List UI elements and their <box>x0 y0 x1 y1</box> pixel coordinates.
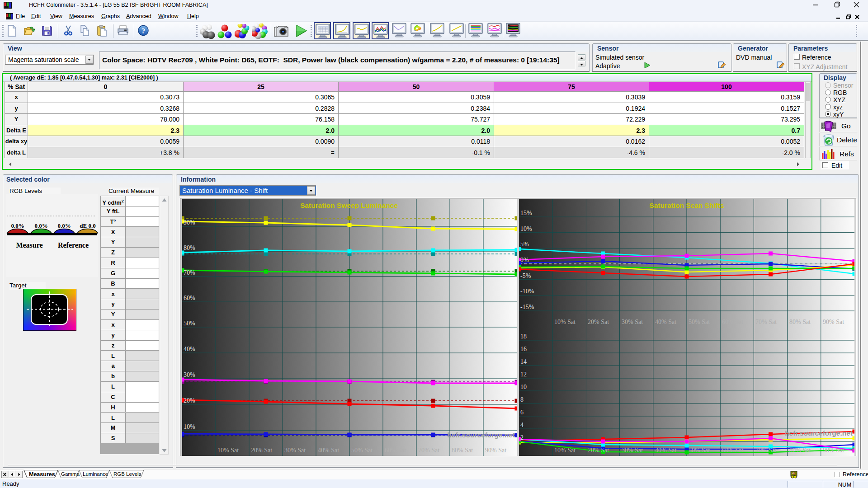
svg-text:15%: 15% <box>520 210 532 216</box>
svg-text:0%: 0% <box>520 257 529 263</box>
svg-text:4: 4 <box>520 422 524 428</box>
svg-text:70% Sat: 70% Sat <box>755 319 777 325</box>
svg-text:90% Sat: 90% Sat <box>823 447 844 454</box>
svg-text:10%: 10% <box>520 225 532 232</box>
svg-text:60%: 60% <box>184 295 195 301</box>
svg-text:20%: 20% <box>184 397 195 404</box>
svg-text:18: 18 <box>520 333 527 340</box>
svg-text:60% Sat: 60% Sat <box>385 447 406 454</box>
svg-text:-5%: -5% <box>520 272 531 279</box>
svg-text:Saturation Sweep Luminance: Saturation Sweep Luminance <box>300 202 398 209</box>
svg-text:70% Sat: 70% Sat <box>755 447 777 454</box>
svg-text:50% Sat: 50% Sat <box>689 319 710 325</box>
svg-text:12: 12 <box>520 371 527 378</box>
svg-text:-10%: -10% <box>520 288 534 295</box>
svg-text:30%: 30% <box>184 371 195 378</box>
svg-text:2: 2 <box>520 434 524 441</box>
svg-text:80% Sat: 80% Sat <box>452 447 473 454</box>
svg-text:40%: 40% <box>184 346 195 352</box>
svg-text:8: 8 <box>520 396 524 403</box>
svg-text:Measures: Measures <box>29 471 55 478</box>
svg-text:10% Sat: 10% Sat <box>217 447 239 454</box>
svg-text:30% Sat: 30% Sat <box>622 447 643 454</box>
svg-text:Measure: Measure <box>16 241 42 249</box>
svg-text:20% Sat: 20% Sat <box>251 447 272 454</box>
svg-text:0.0%: 0.0% <box>57 222 71 229</box>
svg-text:70%: 70% <box>184 269 195 276</box>
svg-text:80%: 80% <box>184 244 195 251</box>
svg-text:Saturation Scan Shifts: Saturation Scan Shifts <box>649 202 724 209</box>
svg-text:10%: 10% <box>184 423 195 430</box>
svg-text:Luminance: Luminance <box>83 471 108 477</box>
svg-text:90% Sat: 90% Sat <box>823 319 844 325</box>
svg-text:50% Sat: 50% Sat <box>351 447 373 454</box>
svg-text:hcfr.sourceforge.net: hcfr.sourceforge.net <box>447 431 515 439</box>
svg-text:90%: 90% <box>184 219 195 226</box>
svg-text:80% Sat: 80% Sat <box>789 447 811 454</box>
svg-text:40% Sat: 40% Sat <box>655 319 676 325</box>
svg-text:60% Sat: 60% Sat <box>722 447 743 454</box>
svg-text:70% Sat: 70% Sat <box>418 447 439 454</box>
svg-text:Reference: Reference <box>58 241 89 249</box>
svg-text:50% Sat: 50% Sat <box>689 447 710 454</box>
svg-text:60% Sat: 60% Sat <box>722 319 743 325</box>
svg-text:10% Sat: 10% Sat <box>554 447 576 454</box>
svg-text:Gamma: Gamma <box>61 471 80 477</box>
svg-text:0.0%: 0.0% <box>11 222 24 229</box>
svg-text:90% Sat: 90% Sat <box>485 447 506 454</box>
svg-text:dE 0.0: dE 0.0 <box>80 222 95 229</box>
svg-text:10% Sat: 10% Sat <box>554 319 576 325</box>
svg-text:-15%: -15% <box>520 304 534 310</box>
svg-text:?: ? <box>142 27 146 35</box>
svg-text:50%: 50% <box>184 320 195 327</box>
svg-text:40% Sat: 40% Sat <box>655 447 676 454</box>
svg-text:80% Sat: 80% Sat <box>789 319 811 325</box>
svg-text:RGB Levels: RGB Levels <box>113 471 142 477</box>
svg-text:20% Sat: 20% Sat <box>588 319 609 325</box>
svg-text:6: 6 <box>520 409 524 416</box>
svg-text:20% Sat: 20% Sat <box>588 447 609 454</box>
svg-text:hcfr.sourceforge.net: hcfr.sourceforge.net <box>785 429 853 437</box>
svg-text:16: 16 <box>520 346 527 352</box>
svg-text:14: 14 <box>520 358 527 365</box>
svg-text:30% Sat: 30% Sat <box>284 447 306 454</box>
svg-text:30% Sat: 30% Sat <box>622 319 643 325</box>
svg-text:10: 10 <box>520 384 527 390</box>
svg-text:40% Sat: 40% Sat <box>318 447 339 454</box>
svg-text:5%: 5% <box>520 241 529 248</box>
svg-text:0.0%: 0.0% <box>34 222 47 229</box>
